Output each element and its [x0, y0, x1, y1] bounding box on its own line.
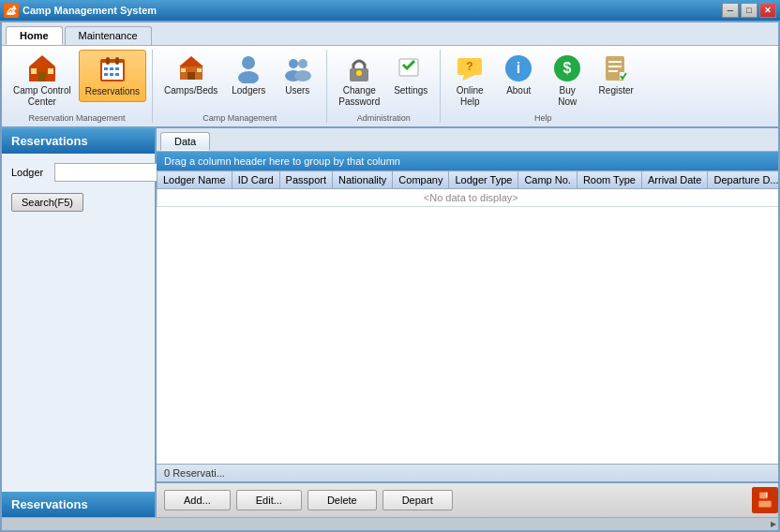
- change-password-label: ChangePassword: [338, 85, 380, 108]
- svg-text:i: i: [517, 60, 520, 76]
- ribbon-item-lodgers[interactable]: Lodgers: [225, 50, 272, 100]
- svg-rect-8: [115, 57, 119, 65]
- left-panel-footer: Reservations: [2, 492, 155, 517]
- maximize-button[interactable]: □: [741, 3, 758, 18]
- app-title: Camp Management System: [22, 5, 157, 16]
- svg-rect-10: [110, 67, 113, 70]
- ribbon-group-administration: ChangePassword Settings Administration: [327, 50, 441, 123]
- data-tabs: Data: [157, 128, 778, 152]
- buy-now-label: BuyNow: [558, 85, 577, 108]
- svg-rect-39: [608, 70, 618, 72]
- right-panel: Data Drag a column header here to group …: [157, 128, 778, 517]
- svg-point-22: [289, 59, 298, 68]
- camp-control-label: Camp ControlCenter: [13, 85, 71, 108]
- reservations-label: Reservations: [85, 86, 140, 97]
- ribbon-group-camp-management: Camps/Beds Lodgers: [153, 50, 327, 123]
- ribbon-item-camp-control[interactable]: Camp ControlCenter: [8, 50, 77, 111]
- data-table: Lodger Name ID Card Passport Nationality…: [157, 170, 778, 207]
- group-label-reservation: Reservation Management: [29, 113, 126, 123]
- online-help-label: OnlineHelp: [457, 85, 484, 108]
- search-button[interactable]: Search(F5): [11, 193, 83, 212]
- svg-point-25: [294, 70, 311, 81]
- register-label: Register: [599, 85, 634, 96]
- lodger-form-row: Lodger: [11, 163, 145, 182]
- svg-text:$: $: [563, 60, 572, 76]
- svg-point-27: [356, 70, 362, 76]
- depart-button[interactable]: Depart: [382, 490, 453, 510]
- svg-rect-19: [197, 68, 202, 72]
- col-departure-date[interactable]: Departure D...: [708, 171, 778, 189]
- no-data-message: <No data to display>: [158, 189, 779, 207]
- svg-text:?: ?: [467, 60, 473, 73]
- ribbon-item-users[interactable]: Users: [274, 50, 321, 100]
- status-bar: 0 Reservati...: [157, 464, 778, 481]
- content-area: Reservations Lodger Search(F5) Reservati…: [2, 128, 778, 517]
- change-password-icon: [344, 53, 374, 83]
- svg-rect-14: [115, 73, 119, 76]
- lodger-label: Lodger: [11, 167, 49, 178]
- svg-point-24: [298, 59, 308, 68]
- col-lodger-type[interactable]: Lodger Type: [449, 171, 518, 189]
- ribbon-item-camps-beds[interactable]: Camps/Beds: [158, 50, 223, 100]
- ribbon-tabs: Home Maintenance: [2, 22, 778, 46]
- svg-rect-6: [102, 63, 123, 80]
- ribbon-item-register[interactable]: Register: [592, 50, 639, 100]
- settings-label: Settings: [394, 85, 428, 96]
- lodgers-label: Lodgers: [232, 85, 265, 96]
- ribbon-item-buy-now[interactable]: $ BuyNow: [544, 50, 591, 111]
- ribbon-item-about[interactable]: i About: [495, 50, 542, 100]
- svg-point-21: [238, 71, 259, 83]
- col-nationality[interactable]: Nationality: [332, 171, 392, 189]
- minimize-button[interactable]: ─: [722, 3, 739, 18]
- tab-data[interactable]: Data: [160, 132, 210, 151]
- col-arrival-date[interactable]: Arrival Date: [641, 171, 707, 189]
- svg-rect-4: [48, 68, 53, 74]
- data-table-container[interactable]: Lodger Name ID Card Passport Nationality…: [157, 170, 778, 464]
- group-label-admin: Administration: [357, 113, 411, 123]
- ribbon-toolbar: Camp ControlCenter: [2, 46, 778, 128]
- svg-rect-11: [115, 67, 119, 70]
- svg-rect-12: [104, 73, 108, 76]
- ribbon-item-online-help[interactable]: ? OnlineHelp: [446, 50, 493, 111]
- edit-button[interactable]: Edit...: [236, 490, 302, 510]
- about-label: About: [506, 85, 531, 96]
- buy-now-icon: $: [552, 53, 582, 83]
- col-room-type[interactable]: Room Type: [577, 171, 641, 189]
- col-company[interactable]: Company: [393, 171, 449, 189]
- camps-beds-label: Camps/Beds: [164, 85, 218, 96]
- lodgers-icon: [233, 53, 263, 83]
- save-button[interactable]: [752, 487, 778, 513]
- register-icon: [601, 53, 631, 83]
- window-controls: ─ □ ✕: [722, 3, 776, 18]
- tab-home[interactable]: Home: [6, 26, 63, 45]
- svg-point-20: [242, 56, 255, 69]
- close-button[interactable]: ✕: [759, 3, 776, 18]
- col-lodger-name[interactable]: Lodger Name: [158, 171, 232, 189]
- tab-maintenance[interactable]: Maintenance: [65, 26, 152, 45]
- ribbon-item-change-password[interactable]: ChangePassword: [333, 50, 385, 111]
- svg-rect-37: [608, 61, 622, 63]
- users-label: Users: [285, 85, 309, 96]
- left-panel-body: Lodger Search(F5): [2, 154, 155, 492]
- col-id-card[interactable]: ID Card: [232, 171, 279, 189]
- settings-icon: [396, 53, 426, 83]
- svg-rect-13: [110, 73, 113, 76]
- svg-rect-7: [106, 57, 110, 65]
- main-window: Home Maintenance Camp Contr: [0, 21, 780, 532]
- svg-marker-30: [462, 75, 475, 81]
- svg-rect-2: [38, 72, 46, 81]
- camp-control-icon: [27, 53, 57, 83]
- svg-rect-38: [608, 66, 622, 67]
- col-passport[interactable]: Passport: [279, 171, 332, 189]
- svg-marker-15: [179, 56, 203, 66]
- scroll-arrow: ▶: [771, 520, 776, 528]
- ribbon-item-reservations[interactable]: Reservations: [79, 50, 146, 102]
- ribbon-item-settings[interactable]: Settings: [387, 50, 434, 100]
- svg-rect-18: [181, 68, 186, 72]
- about-icon: i: [503, 53, 533, 83]
- add-button[interactable]: Add...: [164, 490, 231, 510]
- delete-button[interactable]: Delete: [308, 490, 377, 510]
- group-label-help: Help: [534, 113, 552, 123]
- col-camp-no[interactable]: Camp No.: [518, 171, 578, 189]
- users-icon: [282, 53, 312, 83]
